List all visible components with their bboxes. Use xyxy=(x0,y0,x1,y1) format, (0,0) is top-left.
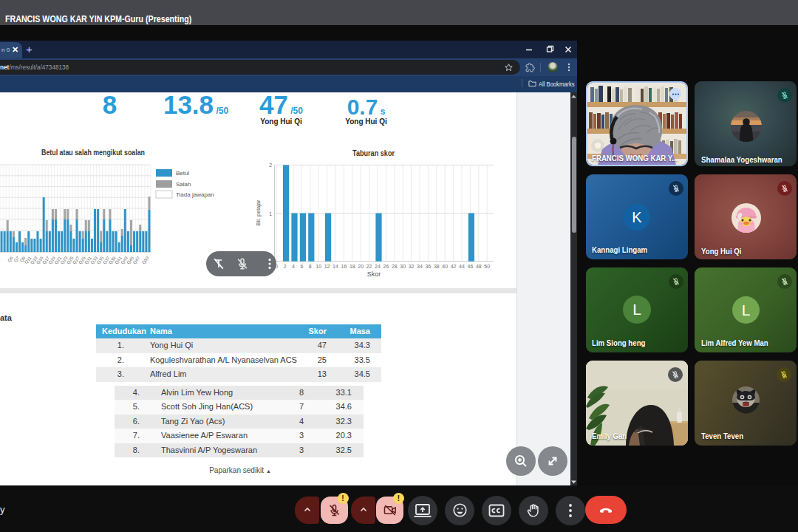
svg-text:4: 4 xyxy=(292,264,295,269)
svg-text:16: 16 xyxy=(341,264,347,269)
svg-text:28: 28 xyxy=(392,264,398,269)
svg-text:Betul: Betul xyxy=(176,170,189,177)
svg-text:14: 14 xyxy=(332,264,338,269)
svg-text:40: 40 xyxy=(442,264,448,269)
svg-text:2: 2 xyxy=(284,264,287,269)
svg-text:22: 22 xyxy=(366,264,372,269)
svg-text:10: 10 xyxy=(316,264,321,269)
svg-text:6: 6 xyxy=(300,264,303,269)
svg-text:24: 24 xyxy=(375,264,381,269)
svg-text:1: 1 xyxy=(269,211,272,217)
svg-text:26: 26 xyxy=(383,264,389,269)
svg-text:20: 20 xyxy=(358,264,364,269)
svg-text:Bil. pelajar: Bil. pelajar xyxy=(255,200,262,226)
svg-text:Taburan skor: Taburan skor xyxy=(352,149,395,157)
svg-text:8: 8 xyxy=(309,264,312,269)
svg-text:42: 42 xyxy=(451,264,457,269)
svg-text:50: 50 xyxy=(484,264,490,269)
svg-text:Tiada jawapan: Tiada jawapan xyxy=(176,191,214,198)
svg-text:Skor: Skor xyxy=(367,270,381,278)
svg-text:36: 36 xyxy=(426,264,432,269)
svg-text:Salah: Salah xyxy=(176,181,191,188)
svg-text:Betul atau salah mengikut soal: Betul atau salah mengikut soalan xyxy=(41,148,145,157)
svg-text:48: 48 xyxy=(476,264,482,269)
svg-text:44: 44 xyxy=(459,264,465,269)
svg-text:Q47: Q47 xyxy=(132,255,141,265)
svg-text:18: 18 xyxy=(349,264,355,269)
svg-text:2: 2 xyxy=(269,162,272,168)
svg-text:12: 12 xyxy=(324,264,330,269)
svg-text:46: 46 xyxy=(468,264,474,269)
svg-text:30: 30 xyxy=(400,264,406,269)
svg-text:32: 32 xyxy=(409,264,415,269)
svg-text:Q50: Q50 xyxy=(141,255,150,265)
svg-text:34: 34 xyxy=(417,264,423,269)
svg-text:38: 38 xyxy=(434,264,440,269)
